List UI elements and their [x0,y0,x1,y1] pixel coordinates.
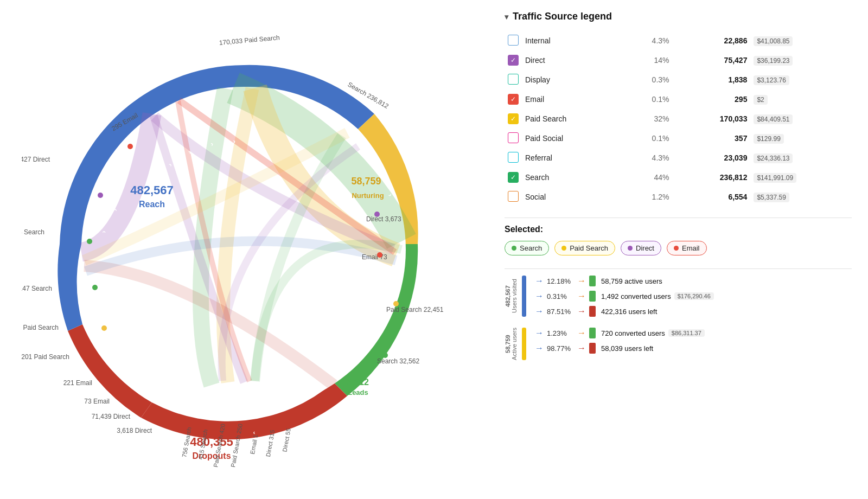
chevron-down-icon[interactable]: ▾ [505,12,508,21]
label-direct-bottom: 71,439 Direct [92,413,131,420]
flow-pct: 12.18% [547,277,574,285]
flow1-side-num: 482,567 [505,285,511,307]
legend-check[interactable] [508,191,519,202]
flow-result-text: 720 converted users [601,329,665,337]
legend-money: $84,409.51 [754,114,793,124]
legend-money: $5,337.59 [754,193,789,202]
dot-email [127,144,133,149]
label-paidsearch-left2: 22,201 Paid Search [22,353,69,361]
selected-chip[interactable]: Paid Search [554,241,615,255]
legend-num: 236,812 [673,168,751,187]
flow-line: → 12.18% → 58,759 active users [535,276,852,286]
dot-search [87,239,92,244]
arrow-right-icon: → [535,291,544,301]
legend-check[interactable]: ✓ [508,94,519,105]
chip-dot [674,246,679,251]
flow1-lines: → 12.18% → 58,759 active users → 0.31% →… [535,276,852,317]
flow2-side-label: Active users 58,759 [505,328,518,360]
nurturing-label: Nurturing [352,191,384,200]
label-direct-bottom4: Direct 55 [281,428,291,452]
selected-label: Selected: [505,225,852,234]
legend-num: 22,886 [673,31,751,50]
legend-pct: 0.1% [622,89,673,109]
divider [505,217,852,218]
legend-check[interactable] [508,132,519,143]
legend-name: Referral [522,148,622,168]
reach-number: 482,567 [130,183,174,197]
flow1-bar [522,276,526,317]
result-bar [589,276,596,286]
reach-segment-2 [58,244,82,331]
chip-label: Email [682,244,700,252]
legend-name: Direct [522,50,622,70]
legend-num: 295 [673,89,751,109]
right-panel: ▾ Traffic Source legend Internal 4.3% 22… [488,0,868,499]
arrow-right2-icon: → [577,343,586,353]
flow-result-money: $86,311.37 [668,329,705,337]
label-email-right: Email 73 [362,253,387,261]
flow-result-text: 58,759 active users [601,277,662,285]
legend-name: Paid Search [522,109,622,129]
label-search-left2: 32,147 Search [22,285,52,292]
legend-check[interactable]: ✓ [508,55,519,66]
legend-name: Internal [522,31,622,50]
legend-money: $36,199.23 [754,56,793,66]
legend-row: ✓ Search 44% 236,812 $141,991.09 [505,168,852,187]
legend-check[interactable]: ✓ [508,172,519,183]
divider2 [505,268,852,269]
chip-dot [628,246,633,251]
dot-paidsearch-r [393,301,399,306]
legend-row: Display 0.3% 1,838 $3,123.76 [505,70,852,89]
selected-chip[interactable]: Search [505,241,549,255]
legend-check[interactable] [508,35,519,46]
arrow-right2-icon: → [577,328,586,338]
legend-title: Traffic Source legend [513,11,612,22]
chip-dot [512,246,516,251]
legend-num: 75,427 [673,50,751,70]
flow-line: → 1.23% → 720 converted users $86,311.37 [535,328,852,338]
flow-pct: 87.51% [547,308,574,316]
result-bar [589,328,596,338]
flow-result-text: 58,039 users left [601,344,653,353]
legend-num: 170,033 [673,109,751,129]
legend-table: Internal 4.3% 22,886 $41,008.85 ✓ Direct… [505,31,852,207]
chip-dot [561,246,566,251]
legend-name: Display [522,70,622,89]
label-direct-right: Direct 3,673 [366,215,401,223]
chip-label: Search [520,244,542,252]
dot-direct-r [374,212,380,217]
flow-pct: 1.23% [547,329,574,337]
legend-money: $129.99 [754,134,783,144]
legend-pct: 1.2% [622,187,673,207]
flow-block-2: Active users 58,759 → 1.23% → 720 conver… [505,328,852,360]
flow1-side-text: Users visited [511,279,518,314]
legend-money: $24,336.13 [754,153,793,163]
dot-search2 [92,285,98,290]
legend-check[interactable]: ✓ [508,113,519,124]
label-search-left: 203,494 Search [22,228,44,236]
leads-number: 2,212 [347,378,369,387]
selected-chip[interactable]: Email [667,241,707,255]
legend-row: ✓ Direct 14% 75,427 $36,199.23 [505,50,852,70]
result-bar [589,343,596,354]
flow-pct: 0.31% [547,292,574,300]
flow2-bar [522,328,526,360]
legend-check[interactable] [508,74,519,85]
legend-check[interactable] [508,152,519,163]
legend-row: ✓ Paid Search 32% 170,033 $84,409.51 [505,109,852,129]
label-paidsearch-top: 170,033 Paid Search [219,34,280,47]
dot-paidsearch [101,325,107,331]
selected-chip[interactable]: Direct [621,241,661,255]
legend-pct: 4.3% [622,148,673,168]
legend-pct: 44% [622,168,673,187]
chip-label: Paid Search [570,244,608,252]
flow-line: → 87.51% → 422,316 users left [535,306,852,317]
nurturing-number: 58,759 [351,176,381,187]
dot-direct [98,193,103,198]
chord-diagram-panel: › › › › › › › › › › › › 482,567 Reach 58… [0,0,488,499]
legend-name: Search [522,168,622,187]
arrow-right-icon: → [535,328,544,338]
legend-num: 6,554 [673,187,751,207]
label-email-bottom2: 73 Email [84,398,110,405]
flow2-side-num: 58,759 [505,335,511,353]
